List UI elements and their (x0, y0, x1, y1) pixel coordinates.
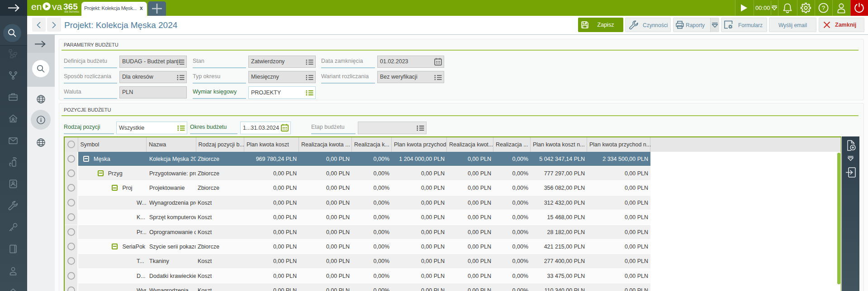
svg-text:?: ? (822, 5, 825, 11)
